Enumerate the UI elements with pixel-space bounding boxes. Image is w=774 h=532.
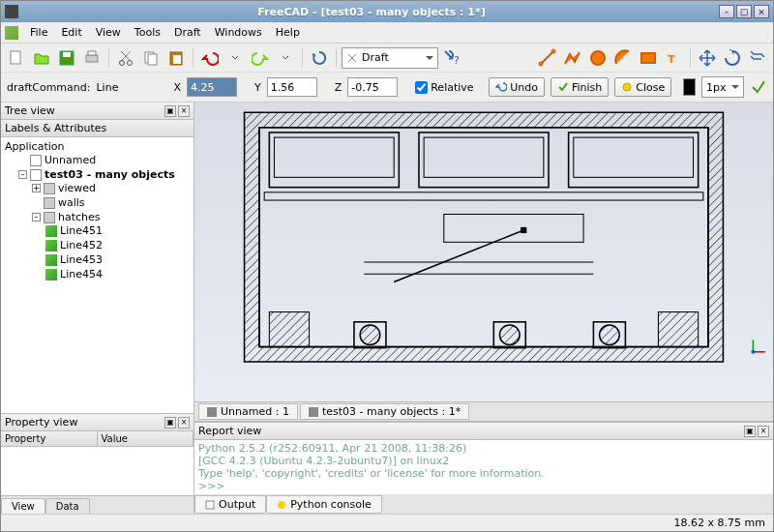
- svg-point-37: [499, 325, 520, 345]
- undo-dropdown[interactable]: [223, 46, 247, 70]
- close-minibutton[interactable]: Close: [614, 77, 671, 97]
- prop-undock-button[interactable]: ▣: [164, 417, 176, 429]
- tree-item-line453[interactable]: Line453: [45, 253, 192, 266]
- folder-icon: [44, 197, 55, 209]
- app-icon: [5, 5, 18, 18]
- line-icon: [45, 225, 57, 237]
- output-icon: [205, 500, 215, 510]
- tree-item-test03[interactable]: –test03 - many objects: [18, 168, 192, 181]
- draft-text-button[interactable]: T: [662, 46, 685, 70]
- tree-item-viewed[interactable]: +viewed: [32, 182, 192, 194]
- svg-rect-23: [274, 137, 394, 177]
- tree-item-line451[interactable]: Line451: [45, 224, 192, 237]
- svg-rect-25: [574, 137, 694, 177]
- line-icon: [45, 269, 57, 281]
- doctab-test03[interactable]: test03 - many objects : 1*: [300, 403, 469, 420]
- maximize-button[interactable]: ▢: [736, 5, 752, 18]
- folder-icon: [44, 212, 55, 223]
- draft-circle-button[interactable]: [586, 46, 610, 70]
- svg-rect-32: [269, 312, 309, 347]
- z-label: Z: [335, 81, 342, 94]
- tree-undock-button[interactable]: ▣: [164, 105, 176, 117]
- workbench-combo[interactable]: Draft: [342, 47, 438, 69]
- doctab-unnamed[interactable]: Unnamed : 1: [198, 403, 298, 420]
- menu-file[interactable]: File: [24, 24, 53, 41]
- menu-help[interactable]: Help: [270, 24, 306, 41]
- tab-view[interactable]: View: [1, 498, 45, 514]
- svg-rect-19: [259, 128, 708, 347]
- tree-item-line452[interactable]: Line452: [45, 239, 192, 251]
- svg-rect-3: [86, 55, 98, 62]
- finish-minibutton[interactable]: Finish: [551, 77, 609, 97]
- prop-close-button[interactable]: ×: [178, 417, 190, 429]
- svg-rect-20: [269, 133, 399, 188]
- tab-output[interactable]: Output: [194, 495, 266, 514]
- relative-checkbox[interactable]: Relative: [415, 81, 473, 94]
- undo-button[interactable]: [198, 46, 222, 70]
- whatsthis-button[interactable]: ?: [440, 46, 463, 70]
- svg-point-17: [623, 83, 631, 91]
- expander-icon[interactable]: –: [32, 213, 41, 222]
- report-close-button[interactable]: ×: [758, 426, 769, 437]
- status-coords: 18.62 x 8.75 mm: [674, 517, 765, 529]
- draft-line-button[interactable]: [536, 46, 559, 70]
- undo-minibutton[interactable]: Undo: [489, 77, 545, 97]
- tree-root[interactable]: Application: [5, 140, 192, 153]
- draft-wire-button[interactable]: [561, 46, 584, 70]
- redo-button[interactable]: [249, 46, 272, 70]
- svg-point-14: [591, 51, 605, 65]
- 3d-view[interactable]: [194, 103, 773, 402]
- tree-item-line454[interactable]: Line454: [45, 268, 192, 281]
- color-picker[interactable]: [683, 78, 696, 96]
- draft-arc-button[interactable]: [611, 46, 635, 70]
- tab-python-console[interactable]: Python console: [266, 495, 382, 514]
- refresh-button[interactable]: [308, 46, 331, 70]
- property-columns: Property Value: [1, 431, 194, 447]
- draft-move-button[interactable]: [696, 46, 719, 70]
- tree-item-walls[interactable]: walls: [32, 196, 192, 209]
- report-line: >>>: [198, 480, 225, 492]
- minimize-button[interactable]: –: [719, 5, 734, 18]
- draft-offset-button[interactable]: [746, 46, 769, 70]
- report-line: [GCC 4.2.3 (Ubuntu 4.2.3-2ubuntu7)] on l…: [198, 455, 449, 467]
- draft-apply-button[interactable]: [750, 75, 767, 99]
- redo-dropdown[interactable]: [274, 46, 297, 70]
- expander-icon[interactable]: –: [18, 170, 27, 179]
- menu-tools[interactable]: Tools: [129, 24, 166, 41]
- tree-item-unnamed[interactable]: Unnamed: [18, 154, 192, 166]
- expander-icon[interactable]: +: [32, 184, 41, 192]
- svg-point-13: [551, 49, 555, 53]
- report-body[interactable]: Python 2.5.2 (r252:60911, Apr 21 2008, 1…: [194, 440, 773, 494]
- y-input[interactable]: [267, 77, 317, 97]
- menu-draft[interactable]: Draft: [168, 24, 207, 41]
- svg-rect-29: [444, 214, 583, 242]
- svg-rect-0: [11, 51, 20, 64]
- copy-button[interactable]: [139, 46, 163, 70]
- tree-item-hatches[interactable]: –hatches: [32, 211, 192, 223]
- linewidth-combo[interactable]: 1px: [701, 76, 744, 98]
- menu-windows[interactable]: Windows: [209, 24, 268, 41]
- save-button[interactable]: [55, 46, 78, 70]
- paste-button[interactable]: [164, 46, 188, 70]
- drawing-canvas[interactable]: [194, 103, 773, 382]
- menu-edit[interactable]: Edit: [55, 24, 87, 41]
- tab-data[interactable]: Data: [45, 498, 90, 514]
- close-button[interactable]: ×: [754, 5, 769, 18]
- report-undock-button[interactable]: ▣: [744, 426, 756, 437]
- x-input[interactable]: [187, 77, 237, 97]
- tree-view[interactable]: Application Unnamed –test03 - many objec…: [1, 137, 194, 413]
- svg-rect-43: [206, 501, 214, 509]
- property-body[interactable]: [1, 447, 194, 495]
- x-label: X: [173, 81, 181, 94]
- open-button[interactable]: [30, 46, 53, 70]
- menu-view[interactable]: View: [90, 24, 127, 41]
- draft-rect-button[interactable]: [637, 46, 660, 70]
- draft-rotate-button[interactable]: [721, 46, 744, 70]
- z-input[interactable]: [347, 77, 398, 97]
- new-button[interactable]: [5, 46, 28, 70]
- cut-button[interactable]: [114, 46, 137, 70]
- print-button[interactable]: [80, 46, 104, 70]
- folder-icon: [44, 183, 55, 194]
- tree-close-button[interactable]: ×: [178, 105, 190, 117]
- svg-text:T: T: [668, 53, 675, 66]
